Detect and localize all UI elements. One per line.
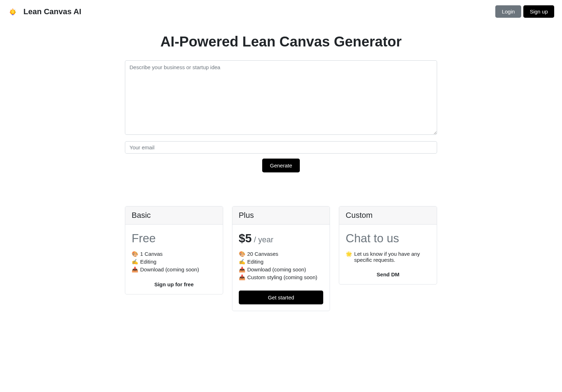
pricing-card-basic-body: Free 🎨 1 Canvas ✍️ Editing 📥 Download (c…	[125, 225, 223, 294]
feature-text: Download (coming soon)	[247, 266, 306, 272]
header-right: Login Sign up	[495, 5, 554, 18]
pricing-card-basic-features: 🎨 1 Canvas ✍️ Editing 📥 Download (coming…	[132, 251, 216, 273]
feature-text: 20 Canvases	[247, 251, 279, 257]
pricing-card-basic-title: Basic	[132, 211, 216, 220]
logo-icon	[8, 7, 18, 17]
svg-point-2	[11, 10, 15, 13]
download-icon: 📥	[132, 266, 137, 273]
pricing-card-plus-title: Plus	[239, 211, 324, 220]
price-amount: $5	[239, 232, 252, 245]
signup-button[interactable]: Sign up	[523, 5, 554, 18]
custom-description-text: Let us know if you have any specific req…	[354, 251, 430, 263]
feature-text: 1 Canvas	[140, 251, 162, 257]
pricing-card-basic-action: Sign up for free	[132, 281, 216, 288]
page-title: AI-Powered Lean Canvas Generator	[125, 34, 437, 50]
pricing-card-custom-action: Send DM	[346, 271, 430, 278]
pricing-card-plus-price: $5 / year	[239, 232, 324, 245]
price-period: / year	[252, 235, 273, 244]
header-left: Lean Canvas AI	[8, 7, 81, 17]
header: Lean Canvas AI Login Sign up	[0, 0, 562, 23]
list-item: ✍️ Editing	[239, 259, 324, 265]
palette-icon: 🎨	[132, 251, 137, 257]
palette-icon: 🎨	[239, 251, 244, 257]
download-icon: 📥	[239, 266, 244, 273]
login-button[interactable]: Login	[495, 5, 521, 18]
send-dm-link[interactable]: Send DM	[377, 271, 400, 277]
list-item: 🎨 20 Canvases	[239, 251, 324, 257]
pricing-card-basic-price: Free	[132, 232, 216, 245]
pricing-card-plus-features: 🎨 20 Canvases ✍️ Editing 📥 Download (com…	[239, 251, 324, 281]
list-item: ✍️ Editing	[132, 259, 216, 265]
feature-text: Custom styling (coming soon)	[247, 274, 318, 280]
pricing-card-custom-header: Custom	[339, 206, 437, 225]
list-item: 📥 Download (coming soon)	[239, 266, 324, 273]
list-item: 🎨 1 Canvas	[132, 251, 216, 257]
get-started-button[interactable]: Get started	[239, 291, 324, 304]
pricing-card-custom-price: Chat to us	[346, 232, 430, 245]
pricing-section: Basic Free 🎨 1 Canvas ✍️ Editing 📥 Downl	[125, 206, 437, 311]
idea-textarea[interactable]	[125, 60, 437, 135]
list-item: 📥 Download (coming soon)	[132, 266, 216, 273]
pricing-card-plus-body: $5 / year 🎨 20 Canvases ✍️ Editing 📥 Dow…	[232, 225, 330, 311]
pricing-card-custom-description: 🌟 Let us know if you have any specific r…	[346, 251, 430, 263]
edit-icon: ✍️	[132, 259, 137, 265]
pricing-card-plus: Plus $5 / year 🎨 20 Canvases ✍️ Editing	[232, 206, 330, 311]
svg-rect-1	[12, 14, 13, 15]
feature-text: Editing	[140, 259, 156, 265]
main-content: AI-Powered Lean Canvas Generator Generat…	[118, 23, 444, 325]
list-item: 📥 Custom styling (coming soon)	[239, 274, 324, 281]
feature-text: Editing	[247, 259, 264, 265]
generate-wrap: Generate	[125, 159, 437, 172]
pricing-card-basic: Basic Free 🎨 1 Canvas ✍️ Editing 📥 Downl	[125, 206, 223, 294]
pricing-card-custom: Custom Chat to us 🌟 Let us know if you h…	[339, 206, 437, 285]
pricing-card-basic-header: Basic	[125, 206, 223, 225]
pricing-card-custom-title: Custom	[346, 211, 430, 220]
email-input[interactable]	[125, 141, 437, 154]
pricing-card-custom-body: Chat to us 🌟 Let us know if you have any…	[339, 225, 437, 284]
brand-title: Lean Canvas AI	[23, 7, 81, 16]
edit-icon: ✍️	[239, 259, 244, 265]
generate-button[interactable]: Generate	[262, 159, 300, 172]
pricing-card-plus-header: Plus	[232, 206, 330, 225]
star-icon: 🌟	[346, 251, 351, 257]
feature-text: Download (coming soon)	[140, 266, 199, 272]
signup-free-link[interactable]: Sign up for free	[154, 281, 194, 287]
download-icon: 📥	[239, 274, 244, 281]
